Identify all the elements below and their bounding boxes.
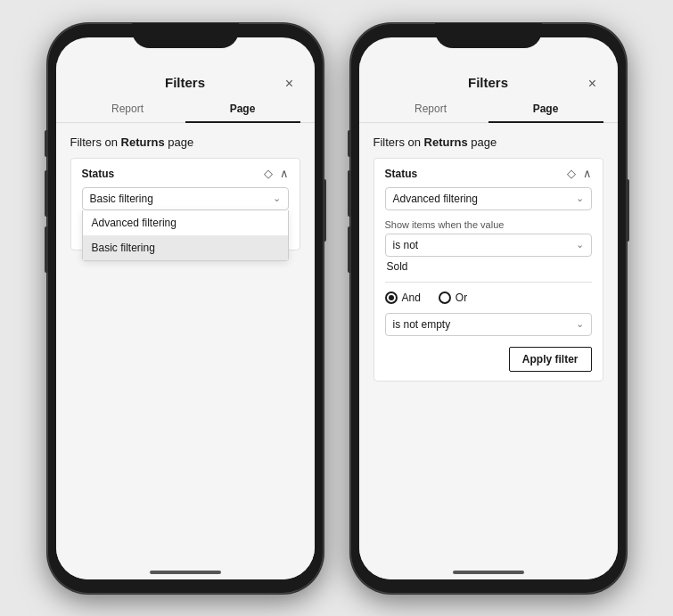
phone-notch-left — [132, 23, 239, 48]
phone-btn-mute — [45, 130, 48, 157]
close-button-right[interactable]: × — [582, 73, 603, 94]
tabs-right: Report Page — [359, 97, 618, 123]
status-card-header-left: Status ◇ ∧ — [82, 168, 289, 180]
status-card-right: Status ◇ ∧ Advanced filtering ⌄ Show ite… — [373, 158, 603, 382]
phone-btn-vol-up-right — [348, 170, 351, 217]
status-card-icons-right: ◇ ∧ — [567, 168, 592, 179]
phone-btn-power — [323, 179, 326, 242]
phone-home-indicator-left — [150, 571, 221, 574]
panel-body-left: Filters on Returns page Status ◇ ∧ — [56, 123, 315, 579]
status-card-icons-left: ◇ ∧ — [264, 168, 289, 179]
status-card-title-right: Status — [385, 168, 418, 180]
panel-title-left: Filters — [165, 75, 205, 90]
phone-btn-power-right — [626, 179, 629, 242]
status-card-header-right: Status ◇ ∧ — [385, 168, 592, 180]
condition2-dropdown[interactable]: is not empty ⌄ — [385, 313, 592, 336]
dropdown-right[interactable]: Advanced filtering ⌄ — [385, 187, 592, 210]
dropdown-item-advanced[interactable]: Advanced filtering — [83, 210, 288, 235]
panel-body-right: Filters on Returns page Status ◇ ∧ Advan… — [359, 123, 618, 579]
radio-or-circle — [439, 292, 451, 304]
condition1-field-value: Sold — [385, 260, 592, 273]
phone-right: Filters × Report Page Filters on Returns… — [350, 23, 627, 594]
phone-left: Filters × Report Page Filters on Returns… — [47, 23, 324, 594]
dropdown-item-basic[interactable]: Basic filtering — [83, 235, 288, 260]
panel-header-left: Filters × — [56, 62, 315, 97]
filter-panel-left: Filters × Report Page Filters on Returns… — [56, 62, 315, 579]
phone-btn-vol-down-right — [348, 226, 351, 273]
dropdown-left[interactable]: Basic filtering ⌄ — [82, 187, 289, 210]
phone-btn-vol-up — [45, 170, 48, 217]
phone-btn-vol-down — [45, 226, 48, 273]
phone-screen-right: Filters × Report Page Filters on Returns… — [359, 37, 618, 579]
eraser-icon-left[interactable]: ◇ — [264, 168, 273, 179]
condition2-arrow: ⌄ — [576, 318, 584, 330]
close-button-left[interactable]: × — [279, 73, 300, 94]
dropdown-arrow-right: ⌄ — [576, 193, 584, 204]
apply-filter-button[interactable]: Apply filter — [509, 347, 592, 372]
radio-or[interactable]: Or — [439, 292, 467, 304]
tabs-left: Report Page — [56, 97, 315, 123]
collapse-icon-right[interactable]: ∧ — [583, 168, 592, 179]
eraser-icon-right[interactable]: ◇ — [567, 168, 576, 179]
panel-title-right: Filters — [468, 75, 508, 90]
panel-header-right: Filters × — [359, 62, 618, 97]
condition1-arrow: ⌄ — [576, 239, 584, 251]
condition1-dropdown[interactable]: is not ⌄ — [385, 234, 592, 257]
tab-report-left[interactable]: Report — [70, 97, 185, 122]
collapse-icon-left[interactable]: ∧ — [280, 168, 289, 179]
tab-report-right[interactable]: Report — [373, 97, 488, 122]
tab-page-left[interactable]: Page — [185, 97, 300, 122]
tab-page-right[interactable]: Page — [488, 97, 603, 122]
filter-panel-right: Filters × Report Page Filters on Returns… — [359, 62, 618, 579]
dropdown-arrow-left: ⌄ — [273, 193, 281, 204]
divider-line — [385, 282, 592, 283]
phone-home-indicator-right — [453, 571, 524, 574]
dropdown-menu-left: Advanced filtering Basic filtering — [82, 210, 289, 261]
status-card-title-left: Status — [82, 168, 115, 180]
phone-btn-mute-right — [348, 130, 351, 157]
radio-row: And Or — [385, 292, 592, 304]
radio-and-circle — [385, 292, 398, 304]
phone-screen-left: Filters × Report Page Filters on Returns… — [56, 37, 315, 579]
phone-notch-right — [435, 23, 542, 48]
status-card-left: Status ◇ ∧ Basic filtering ⌄ Ad — [70, 158, 300, 251]
dropdown-container-left: Basic filtering ⌄ Advanced filtering Bas… — [82, 187, 289, 210]
filter-section-label-left: Filters on Returns page — [70, 136, 300, 149]
radio-and[interactable]: And — [385, 292, 421, 304]
filter-section-label-right: Filters on Returns page — [373, 136, 603, 149]
show-items-label: Show items when the value — [385, 219, 592, 230]
